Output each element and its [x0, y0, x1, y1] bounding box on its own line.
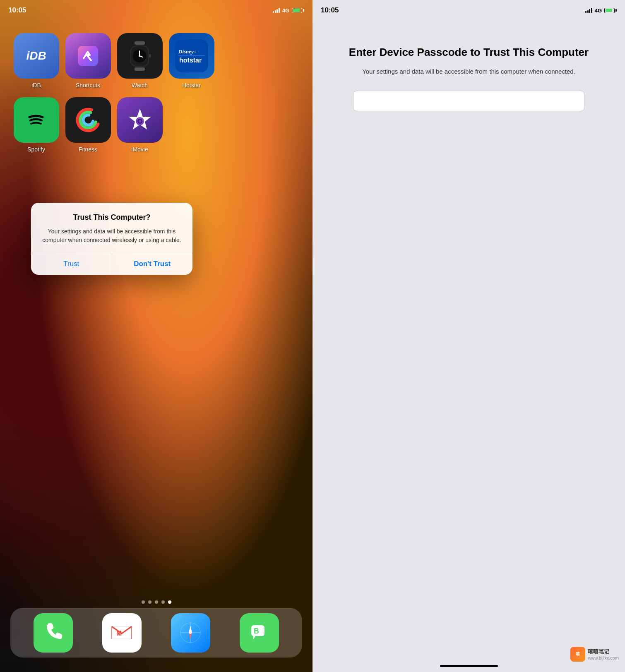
- svg-rect-9: [149, 54, 151, 58]
- status-bar-right: 10:05 4G: [312, 0, 625, 21]
- shortcuts-label: Shortcuts: [76, 82, 100, 89]
- passcode-input-field[interactable]: [353, 91, 585, 111]
- network-left: 4G: [282, 7, 289, 14]
- passcode-content: Enter Device Passcode to Trust This Comp…: [312, 21, 625, 672]
- status-bar-left: 10:05 4G: [0, 0, 312, 21]
- idb-label: iDB: [31, 82, 41, 89]
- dock-gmail[interactable]: M: [102, 613, 142, 653]
- fitness-icon: [65, 97, 111, 143]
- shortcuts-icon: [65, 33, 111, 79]
- app-hotstar[interactable]: Disney+ hotstar Hotstar: [168, 33, 215, 93]
- watch-label: Watch: [132, 82, 148, 89]
- passcode-subtitle: Your settings and data will be accessibl…: [362, 67, 575, 77]
- svg-text:B: B: [254, 627, 259, 635]
- left-panel: 10:05 4G iDB iDB: [0, 0, 312, 672]
- status-icons-right: 4G: [585, 7, 617, 14]
- app-fitness[interactable]: Fitness: [64, 97, 112, 157]
- spotify-icon: [14, 97, 59, 143]
- network-right: 4G: [595, 7, 602, 14]
- dock-safari[interactable]: [171, 613, 210, 653]
- dock: M B: [10, 608, 302, 658]
- hotstar-icon: Disney+ hotstar: [169, 33, 214, 79]
- dock-phone[interactable]: [34, 613, 73, 653]
- svg-point-30: [189, 631, 192, 634]
- svg-text:hotstar: hotstar: [179, 57, 202, 64]
- svg-rect-10: [175, 39, 208, 72]
- battery-left: [292, 8, 304, 13]
- alert-buttons: Trust Don't Trust: [31, 253, 192, 275]
- app-imovie[interactable]: iMovie: [116, 97, 163, 157]
- app-watch[interactable]: Watch: [116, 33, 163, 93]
- dock-bbm[interactable]: B: [240, 613, 279, 653]
- signal-icon-left: [273, 8, 280, 13]
- time-right: 10:05: [321, 6, 339, 14]
- dot-5: [168, 600, 171, 604]
- right-panel: 10:05 4G Enter Device Passcode to Trust …: [312, 0, 625, 672]
- svg-rect-12: [178, 55, 205, 56]
- dot-3: [155, 600, 158, 604]
- dot-4: [161, 600, 165, 604]
- svg-text:M: M: [116, 630, 122, 637]
- imovie-label: iMovie: [131, 146, 148, 153]
- imovie-icon: [117, 97, 163, 143]
- signal-icon-right: [585, 8, 592, 13]
- watermark-text: 嘻嘻笔记 www.bijixx.com: [588, 648, 619, 660]
- trust-button[interactable]: Trust: [31, 253, 112, 275]
- alert-content: Trust This Computer? Your settings and d…: [31, 203, 192, 253]
- home-indicator: [440, 665, 498, 667]
- app-spotify[interactable]: Spotify: [12, 97, 60, 157]
- app-grid: iDB iDB Shortcuts: [12, 33, 215, 157]
- svg-point-17: [83, 115, 93, 125]
- idb-icon: iDB: [14, 33, 59, 79]
- alert-dialog: Trust This Computer? Your settings and d…: [31, 203, 192, 275]
- app-shortcuts[interactable]: Shortcuts: [64, 33, 112, 93]
- alert-title: Trust This Computer?: [39, 213, 184, 222]
- svg-point-8: [139, 55, 140, 57]
- svg-point-21: [139, 120, 141, 122]
- spotify-label: Spotify: [27, 146, 45, 153]
- time-left: 10:05: [8, 6, 26, 14]
- app-idb[interactable]: iDB iDB: [12, 33, 60, 93]
- fitness-label: Fitness: [79, 146, 97, 153]
- dot-2: [148, 600, 151, 604]
- dot-1: [142, 600, 145, 604]
- svg-text:Disney+: Disney+: [178, 48, 197, 55]
- watermark: 嘻 嘻嘻笔记 www.bijixx.com: [570, 647, 619, 662]
- dont-trust-button[interactable]: Don't Trust: [112, 253, 193, 275]
- hotstar-label: Hotstar: [182, 82, 201, 89]
- svg-rect-2: [135, 67, 145, 71]
- battery-right: [604, 8, 617, 13]
- status-icons-left: 4G: [273, 7, 304, 14]
- watermark-logo: 嘻: [570, 647, 585, 662]
- passcode-title: Enter Device Passcode to Trust This Comp…: [349, 46, 589, 60]
- alert-message: Your settings and data will be accessibl…: [39, 227, 184, 245]
- watch-icon: [117, 33, 163, 79]
- page-dots: [0, 600, 312, 604]
- svg-rect-1: [135, 41, 145, 45]
